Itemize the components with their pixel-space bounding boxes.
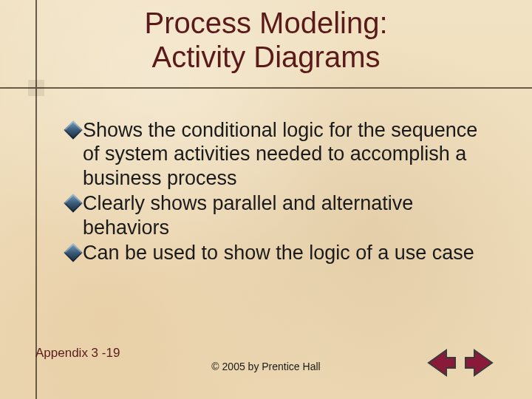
svg-marker-0 — [429, 350, 455, 375]
title-line-2: Activity Diagrams — [152, 41, 381, 73]
diamond-bullet-icon — [64, 194, 82, 212]
slide: Process Modeling: Activity Diagrams Show… — [0, 0, 532, 399]
prev-button[interactable] — [424, 346, 458, 380]
bullet-text: Clearly shows parallel and alternative b… — [83, 191, 495, 239]
title-line-1: Process Modeling: — [144, 7, 387, 39]
arrow-left-icon — [424, 346, 458, 380]
cross-shadow — [28, 80, 44, 96]
list-item: Clearly shows parallel and alternative b… — [66, 191, 495, 239]
diamond-bullet-icon — [64, 243, 82, 262]
bullet-text: Can be used to show the logic of a use c… — [83, 241, 495, 265]
list-item: Can be used to show the logic of a use c… — [66, 241, 495, 265]
vertical-rule — [35, 0, 37, 399]
horizontal-rule — [0, 87, 532, 89]
footer-slide-number: Appendix 3 -19 — [35, 346, 120, 361]
list-item: Shows the conditional logic for the sequ… — [66, 118, 495, 190]
next-button[interactable] — [463, 346, 497, 380]
arrow-right-icon — [463, 346, 497, 380]
diamond-bullet-icon — [64, 120, 82, 139]
svg-marker-1 — [466, 350, 492, 375]
slide-title: Process Modeling: Activity Diagrams — [0, 0, 532, 74]
bullet-text: Shows the conditional logic for the sequ… — [83, 118, 495, 190]
bullet-list: Shows the conditional logic for the sequ… — [66, 118, 495, 266]
